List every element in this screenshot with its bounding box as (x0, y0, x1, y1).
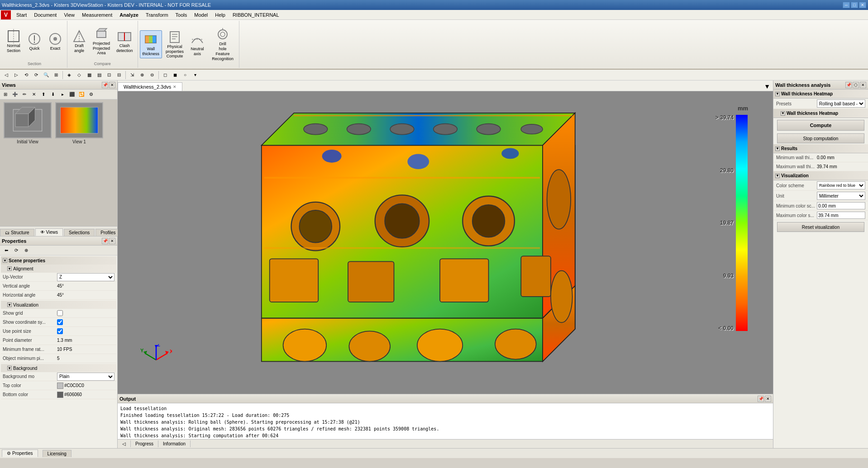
views-tb-5[interactable]: ⬆ (39, 90, 48, 99)
viewport-dropdown-btn[interactable]: ▼ (761, 82, 773, 91)
vis-section-header[interactable]: ▼ Visualization (773, 171, 868, 180)
props-close-btn[interactable]: ✕ (109, 238, 115, 244)
menu-help[interactable]: Help (211, 11, 229, 19)
tb-btn-11[interactable]: ⊡ (105, 71, 114, 80)
output-scroll-left[interactable]: ◁ (118, 440, 131, 447)
viewport-area[interactable]: mm > 39.74 29.80 19.87 9.93 < 0.00 (118, 91, 773, 394)
output-tab-information[interactable]: Information (158, 440, 191, 447)
views-tb-4[interactable]: ✕ (29, 90, 38, 99)
tb-btn-13[interactable]: ⇲ (128, 71, 137, 80)
tb-btn-12[interactable]: ⊟ (114, 71, 124, 80)
up-vector-select[interactable]: Z (57, 273, 114, 281)
tab-profiles[interactable]: Profiles (95, 229, 120, 236)
stop-computation-button[interactable]: Stop computation (777, 133, 864, 143)
min-color-scale-input[interactable] (817, 202, 865, 209)
tb-btn-17[interactable]: ◼ (171, 71, 180, 80)
right-panel-pin-btn[interactable]: 📌 (845, 82, 852, 88)
ribbon-btn-neutral-axis[interactable]: Neutralaxis (187, 30, 207, 58)
props-tb-1[interactable]: ⬅ (2, 246, 11, 255)
ribbon-btn-clash-detection[interactable]: Clashdetection (114, 27, 136, 55)
views-tb-3[interactable]: ✏ (20, 90, 29, 99)
menu-transform[interactable]: Transform (142, 11, 172, 19)
unit-select[interactable]: Millimeter (817, 192, 865, 200)
ribbon-btn-projected-area[interactable]: ProjectedProjectedArea (90, 25, 113, 57)
vtab-wallthickness[interactable]: Wallthickness_2.3dvs ✕ (118, 82, 182, 91)
menu-analyze[interactable]: Analyze (116, 11, 142, 19)
views-close-btn[interactable]: ✕ (109, 82, 115, 88)
minimize-button[interactable]: ─ (843, 2, 850, 8)
ribbon-btn-normal-section[interactable]: NormalSection (4, 27, 24, 55)
tb-btn-7[interactable]: ◈ (65, 71, 74, 80)
vis-section-toggle-icon[interactable]: ▼ (775, 174, 780, 178)
menu-view[interactable]: View (60, 11, 78, 19)
tab-structure[interactable]: 🗂 Structure (0, 229, 34, 236)
menu-document[interactable]: Document (30, 11, 60, 19)
scene-toggle-icon[interactable]: ▼ (3, 258, 7, 263)
show-coordinate-checkbox[interactable] (57, 319, 63, 325)
props-tb-2[interactable]: ⟳ (12, 246, 21, 255)
tb-btn-4[interactable]: ⟳ (32, 71, 41, 80)
view-thumb-initial[interactable]: Initial View (3, 102, 52, 144)
show-grid-checkbox[interactable] (57, 310, 63, 316)
scene-props-header[interactable]: ▼ Scene properties (1, 256, 116, 265)
views-tb-2[interactable]: ➕ (10, 90, 19, 99)
wt-subsection-header[interactable]: ▼ Wall thickness Heatmap (773, 109, 868, 118)
wt-toggle-icon[interactable]: ▼ (775, 92, 780, 96)
output-close-btn[interactable]: ✕ (765, 396, 771, 402)
views-pin-btn[interactable]: 📌 (102, 82, 108, 88)
views-tb-1[interactable]: ⊞ (1, 90, 10, 99)
tb-btn-2[interactable]: ▷ (12, 71, 21, 80)
alignment-toggle-icon[interactable]: ▼ (7, 266, 12, 271)
maximize-button[interactable]: □ (851, 2, 858, 8)
tb-btn-19[interactable]: ▾ (191, 71, 200, 80)
use-point-size-checkbox[interactable] (57, 328, 63, 334)
ribbon-btn-physical-props[interactable]: PhysicalpropertiesCompute (163, 28, 186, 61)
menu-model[interactable]: Model (191, 11, 211, 19)
right-panel-close-btn[interactable]: ✕ (860, 82, 866, 88)
results-toggle-icon[interactable]: ▼ (775, 147, 780, 151)
bg-toggle-icon[interactable]: ▼ (7, 366, 12, 370)
output-tab-progress[interactable]: Progress (131, 440, 158, 447)
bottom-tab-licensing[interactable]: Licensing (43, 450, 72, 457)
alignment-header[interactable]: ▼ Alignment (1, 265, 116, 273)
right-panel-float-btn[interactable]: ⬡ (853, 82, 859, 88)
tb-btn-14[interactable]: ⊕ (138, 71, 147, 80)
tb-btn-16[interactable]: ◻ (161, 71, 170, 80)
top-color-swatch[interactable] (57, 383, 63, 389)
bottom-tab-properties[interactable]: ⚙ Properties (2, 449, 38, 457)
output-pin-btn[interactable]: 📌 (758, 396, 764, 402)
tb-btn-5[interactable]: 🔍 (42, 71, 51, 80)
views-tb-10[interactable]: ⚙ (86, 90, 95, 99)
tb-btn-9[interactable]: ▦ (85, 71, 94, 80)
tb-btn-3[interactable]: ⟲ (22, 71, 31, 80)
vtab-close-icon[interactable]: ✕ (173, 85, 176, 89)
close-button[interactable]: ✕ (859, 2, 866, 8)
props-pin-btn[interactable]: 📌 (102, 238, 108, 244)
visualization-header[interactable]: ▼ Visualization (1, 301, 116, 309)
views-tb-9[interactable]: 🔁 (77, 90, 86, 99)
background-header[interactable]: ▼ Background (1, 364, 116, 372)
compute-button[interactable]: Compute (777, 120, 864, 131)
views-tb-6[interactable]: ⬇ (48, 90, 57, 99)
menu-ribbon-internal[interactable]: RIBBON_INTERNAL (229, 11, 283, 19)
tb-btn-8[interactable]: ◇ (75, 71, 84, 80)
tb-btn-6[interactable]: ⊞ (52, 71, 61, 80)
views-tb-7[interactable]: ▸ (58, 90, 67, 99)
tab-views[interactable]: 👁 Views (35, 228, 63, 236)
tb-btn-10[interactable]: ▤ (95, 71, 104, 80)
ribbon-btn-wall-thickness[interactable]: Wallthickness (140, 30, 162, 58)
tb-btn-18[interactable]: ○ (181, 71, 190, 80)
menu-tools[interactable]: Tools (172, 11, 191, 19)
tab-selections[interactable]: Selections (64, 229, 95, 236)
ribbon-btn-quick[interactable]: Quick (24, 30, 44, 53)
tb-btn-15[interactable]: ⊖ (148, 71, 157, 80)
max-color-scale-input[interactable] (817, 212, 865, 219)
bottom-color-swatch[interactable] (57, 392, 63, 398)
menu-measurement[interactable]: Measurement (78, 11, 116, 19)
props-tb-3[interactable]: ⊕ (22, 246, 31, 255)
views-tb-8[interactable]: ⬛ (67, 90, 76, 99)
menu-start[interactable]: Start (13, 11, 30, 19)
ribbon-btn-exact[interactable]: Exact (45, 30, 65, 53)
presets-select[interactable]: Rolling ball based - d (817, 99, 865, 108)
color-scheme-select[interactable]: Rainbow red to blue (817, 181, 865, 189)
